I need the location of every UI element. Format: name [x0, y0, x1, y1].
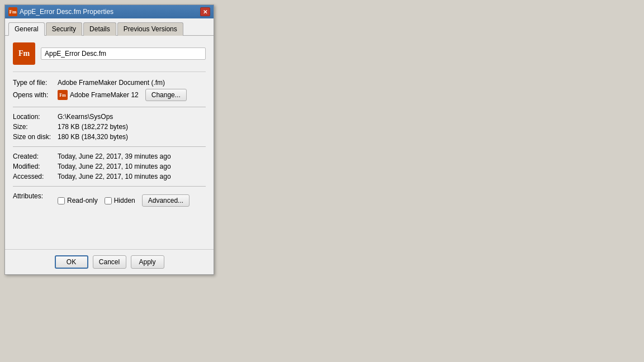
app-name: Adobe FrameMaker 12 [70, 91, 139, 99]
tab-content: Fm AppE_Error Desc.fm Type of file: Adob… [5, 36, 214, 249]
accessed-value: Today, June 22, 2017, 10 minutes ago [58, 173, 206, 180]
close-button[interactable]: ✕ [200, 7, 210, 16]
modified-value: Today, June 22, 2017, 10 minutes ago [58, 163, 206, 170]
bottom-bar: OK Cancel Apply [5, 249, 214, 274]
divider-3 [13, 186, 206, 187]
type-label: Type of file: [13, 79, 58, 87]
accessed-row: Accessed: Today, June 22, 2017, 10 minut… [13, 173, 206, 180]
tab-previous-versions[interactable]: Previous Versions [117, 22, 183, 36]
hidden-checkbox[interactable] [105, 197, 112, 204]
title-bar: Fm AppE_Error Desc.fm Properties ✕ [5, 5, 214, 18]
file-header: Fm AppE_Error Desc.fm [13, 42, 206, 72]
apply-button[interactable]: Apply [131, 255, 164, 269]
ok-button[interactable]: OK [55, 255, 88, 269]
created-value: Today, June 22, 2017, 39 minutes ago [58, 153, 206, 160]
modified-label: Modified: [13, 163, 58, 170]
created-label: Created: [13, 153, 58, 160]
title-icon: Fm [8, 7, 17, 16]
size-label: Size: [13, 123, 58, 131]
tab-details[interactable]: Details [83, 22, 116, 36]
modified-row: Modified: Today, June 22, 2017, 10 minut… [13, 163, 206, 170]
hidden-label: Hidden [114, 197, 135, 204]
tab-bar: General Security Details Previous Versio… [5, 18, 214, 36]
location-value: G:\Kearns\SysOps [58, 113, 206, 121]
size-value: 178 KB (182,272 bytes) [58, 123, 206, 131]
divider-2 [13, 146, 206, 147]
advanced-button-container: Advanced... [142, 194, 190, 207]
size-row: Size: 178 KB (182,272 bytes) [13, 123, 206, 131]
file-type-icon: Fm [13, 42, 35, 65]
type-value: Adobe FrameMaker Document (.fm) [58, 79, 206, 87]
app-icon: Fm [58, 90, 68, 100]
tab-general[interactable]: General [8, 22, 45, 36]
opens-with-app: Fm Adobe FrameMaker 12 Change... [58, 89, 187, 101]
divider-1 [13, 107, 206, 107]
spacer [13, 209, 206, 242]
change-button[interactable]: Change... [145, 89, 187, 101]
created-row: Created: Today, June 22, 2017, 39 minute… [13, 153, 206, 160]
advanced-button[interactable]: Advanced... [142, 194, 190, 207]
tab-security[interactable]: Security [46, 22, 82, 36]
hidden-checkbox-label[interactable]: Hidden [105, 197, 135, 204]
readonly-checkbox[interactable] [58, 197, 65, 204]
location-row: Location: G:\Kearns\SysOps [13, 113, 206, 121]
readonly-label: Read-only [67, 197, 98, 204]
title-bar-left: Fm AppE_Error Desc.fm Properties [8, 7, 113, 16]
properties-window: Fm AppE_Error Desc.fm Properties ✕ Gener… [4, 4, 214, 275]
opens-with-row: Opens with: Fm Adobe FrameMaker 12 Chang… [13, 89, 206, 101]
cancel-button[interactable]: Cancel [93, 255, 126, 269]
file-name: AppE_Error Desc.fm [41, 47, 206, 60]
window-title: AppE_Error Desc.fm Properties [20, 8, 113, 16]
readonly-checkbox-label[interactable]: Read-only [58, 197, 98, 204]
attributes-controls: Read-only Hidden Advanced... [58, 194, 190, 207]
location-label: Location: [13, 113, 58, 121]
attributes-row: Attributes: Read-only Hidden Advanced... [13, 192, 206, 207]
accessed-label: Accessed: [13, 173, 58, 180]
opens-label: Opens with: [13, 91, 58, 99]
size-on-disk-value: 180 KB (184,320 bytes) [58, 133, 206, 141]
size-on-disk-row: Size on disk: 180 KB (184,320 bytes) [13, 133, 206, 141]
attributes-label: Attributes: [13, 192, 58, 200]
type-row: Type of file: Adobe FrameMaker Document … [13, 79, 206, 87]
size-on-disk-label: Size on disk: [13, 133, 58, 141]
